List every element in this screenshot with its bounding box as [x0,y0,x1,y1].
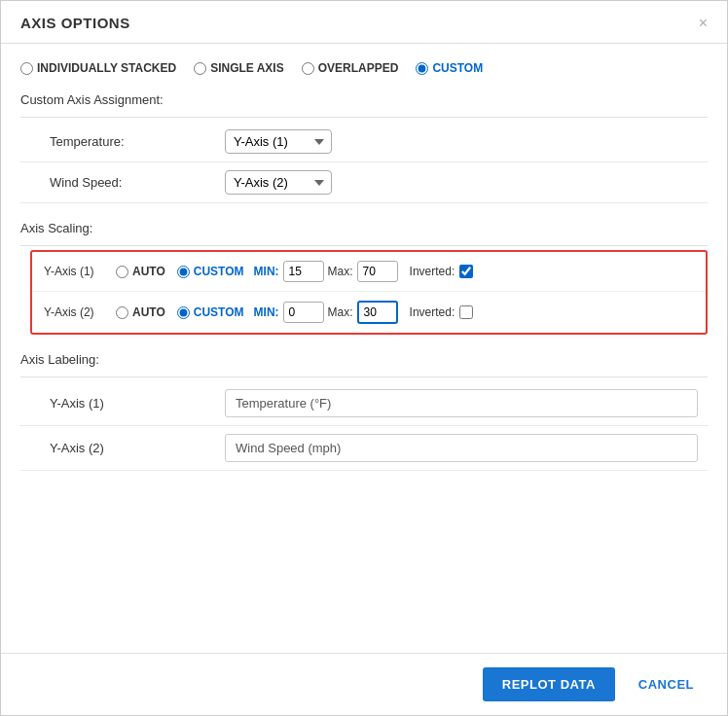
scaling-custom-radio-1[interactable] [177,266,190,278]
scaling-min-input-2[interactable] [283,302,324,323]
scaling-inverted-label-2: Inverted: [410,305,455,319]
temperature-axis-control: Y-Axis (1) Y-Axis (2) [215,122,708,162]
radio-individually-stacked[interactable] [20,62,33,75]
scaling-inverted-2: Inverted: [410,305,474,319]
cancel-button[interactable]: CANCEL [625,667,708,701]
scaling-custom-radio-1-label[interactable]: CUSTOM [177,265,244,278]
radio-single-axis[interactable] [194,62,206,75]
radio-option-individually-stacked[interactable]: INDIVIDUALLY STACKED [20,61,176,75]
scaling-custom-label-1: CUSTOM [194,265,244,278]
assignment-row-temperature: Temperature: Y-Axis (1) Y-Axis (2) [20,122,708,162]
divider-2 [20,245,708,246]
labeling-row-yaxis2: Y-Axis (2) [20,426,708,471]
dialog-header: AXIS OPTIONS × [1,1,727,44]
scaling-auto-label-1: AUTO [132,265,165,278]
axis-type-radio-group: INDIVIDUALLY STACKED SINGLE AXIS OVERLAP… [20,61,708,75]
divider-1 [20,117,708,118]
labeling-yaxis2-control [215,426,708,471]
assignment-table: Temperature: Y-Axis (1) Y-Axis (2) Wind … [20,122,708,203]
axis-options-dialog: AXIS OPTIONS × INDIVIDUALLY STACKED SING… [0,0,728,716]
labeling-yaxis2-label: Y-Axis (2) [20,426,215,471]
axis-labeling-section: Axis Labeling: Y-Axis (1) Y-Axis (2) [20,352,708,471]
temperature-label: Temperature: [20,122,215,162]
scaling-inverted-checkbox-1[interactable] [459,265,473,278]
axis-labeling-label: Axis Labeling: [20,352,708,367]
scaling-max-input-2[interactable] [357,301,398,324]
windspeed-label: Wind Speed: [20,162,215,203]
labeling-row-yaxis1: Y-Axis (1) [20,381,708,426]
dialog-title: AXIS OPTIONS [20,15,130,31]
labeling-yaxis1-control [215,381,708,426]
radio-custom[interactable] [416,62,428,75]
dialog-footer: REPLOT DATA CANCEL [1,653,727,715]
scaling-max-label-1: Max: [328,265,353,278]
windspeed-axis-control: Y-Axis (1) Y-Axis (2) [215,162,708,203]
scaling-yaxis2-label: Y-Axis (2) [44,305,110,319]
scaling-custom-radio-2-label[interactable]: CUSTOM [177,305,244,319]
scaling-max-input-1[interactable] [357,261,398,282]
scaling-auto-radio-1[interactable] [116,266,128,278]
windspeed-axis-select[interactable]: Y-Axis (1) Y-Axis (2) [225,170,332,195]
scaling-row-yaxis1: Y-Axis (1) AUTO CUSTOM MIN: Max: [32,252,706,292]
scaling-inverted-1: Inverted: [410,265,474,278]
scaling-inverted-label-1: Inverted: [410,265,455,278]
scaling-min-label-2: MIN: [254,305,279,319]
scaling-yaxis1-label: Y-Axis (1) [44,265,110,278]
scaling-minmax-2: MIN: Max: [254,301,398,324]
radio-overlapped[interactable] [302,62,314,75]
radio-option-custom[interactable]: CUSTOM [416,61,483,75]
radio-option-single-axis[interactable]: SINGLE AXIS [194,61,284,75]
scaling-auto-label-2: AUTO [132,305,165,319]
scaling-auto-radio-2[interactable] [116,306,128,319]
assignment-row-windspeed: Wind Speed: Y-Axis (1) Y-Axis (2) [20,162,708,203]
labeling-yaxis1-label: Y-Axis (1) [20,381,215,426]
scaling-auto-radio-2-label[interactable]: AUTO [116,305,165,319]
radio-option-overlapped[interactable]: OVERLAPPED [302,61,399,75]
radio-label-individually-stacked: INDIVIDUALLY STACKED [37,61,176,75]
radio-label-overlapped: OVERLAPPED [318,61,399,75]
scaling-inverted-checkbox-2[interactable] [459,305,473,319]
scaling-custom-radio-2[interactable] [177,306,190,319]
close-button[interactable]: × [699,16,708,31]
radio-label-custom: CUSTOM [432,61,483,75]
axis-scaling-section: Axis Scaling: Y-Axis (1) AUTO CUSTOM MIN [20,221,708,335]
axis-scaling-label: Axis Scaling: [20,221,708,235]
labeling-table: Y-Axis (1) Y-Axis (2) [20,381,708,471]
scaling-auto-radio-1-label[interactable]: AUTO [116,265,165,278]
labeling-yaxis1-input[interactable] [225,389,698,417]
radio-label-single-axis: SINGLE AXIS [210,61,284,75]
divider-3 [20,376,708,377]
replot-data-button[interactable]: REPLOT DATA [483,667,615,701]
scaling-min-input-1[interactable] [283,261,324,282]
scaling-max-label-2: Max: [328,305,353,319]
axis-scaling-bordered: Y-Axis (1) AUTO CUSTOM MIN: Max: [30,250,708,335]
dialog-body: INDIVIDUALLY STACKED SINGLE AXIS OVERLAP… [1,44,727,653]
scaling-min-label-1: MIN: [254,265,279,278]
scaling-row-yaxis2: Y-Axis (2) AUTO CUSTOM MIN: Max: [32,292,706,333]
labeling-yaxis2-input[interactable] [225,434,698,462]
temperature-axis-select[interactable]: Y-Axis (1) Y-Axis (2) [225,129,332,154]
scaling-custom-label-2: CUSTOM [194,305,244,319]
scaling-minmax-1: MIN: Max: [254,261,398,282]
custom-axis-assignment-label: Custom Axis Assignment: [20,92,708,107]
